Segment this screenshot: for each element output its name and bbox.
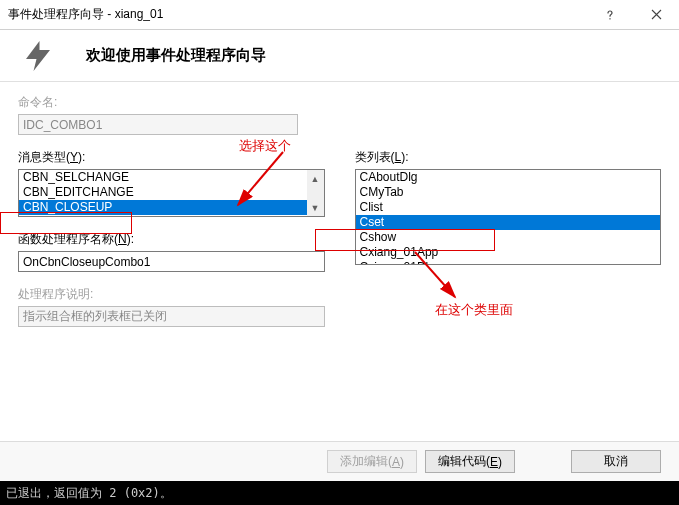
message-type-label: 消息类型(Y): bbox=[18, 149, 325, 166]
class-list[interactable]: CAboutDlg CMyTab Clist Cset Cshow Cxiang… bbox=[355, 169, 662, 265]
scroll-up-icon[interactable]: ▲ bbox=[307, 170, 324, 187]
message-type-list[interactable]: CBN_SELCHANGE CBN_EDITCHANGE CBN_CLOSEUP… bbox=[18, 169, 325, 217]
list-item-selected[interactable]: Cset bbox=[356, 215, 661, 230]
list-item[interactable]: Cxiang_01Dlg bbox=[356, 260, 661, 265]
bolt-icon bbox=[20, 38, 56, 74]
handler-name-value: OnCbnCloseupCombo1 bbox=[23, 255, 150, 269]
right-column: 类列表(L): CAboutDlg CMyTab Clist Cset Csho… bbox=[355, 149, 662, 327]
handler-desc-value: 指示组合框的列表框已关闭 bbox=[23, 308, 167, 325]
command-name-label: 命令名: bbox=[18, 94, 661, 111]
list-item[interactable]: CAboutDlg bbox=[356, 170, 661, 185]
welcome-title: 欢迎使用事件处理程序向导 bbox=[86, 46, 266, 65]
list-item[interactable]: Clist bbox=[356, 200, 661, 215]
command-name-value: IDC_COMBO1 bbox=[23, 118, 102, 132]
handler-desc-field: 指示组合框的列表框已关闭 bbox=[18, 306, 325, 327]
dialog-footer: 添加编辑(A) 编辑代码(E) 取消 bbox=[0, 441, 679, 481]
list-item[interactable]: CMyTab bbox=[356, 185, 661, 200]
cancel-button[interactable]: 取消 bbox=[571, 450, 661, 473]
help-button[interactable] bbox=[587, 0, 633, 29]
wizard-header: 欢迎使用事件处理程序向导 bbox=[0, 30, 679, 82]
titlebar: 事件处理程序向导 - xiang_01 bbox=[0, 0, 679, 30]
list-item-selected[interactable]: CBN_CLOSEUP bbox=[19, 200, 324, 215]
handler-name-label: 函数处理程序名称(N): bbox=[18, 231, 325, 248]
list-item[interactable]: CBN_EDITCHANGE bbox=[19, 185, 324, 200]
list-item[interactable]: CBN_SELCHANGE bbox=[19, 170, 324, 185]
window-title: 事件处理程序向导 - xiang_01 bbox=[8, 6, 163, 23]
scroll-down-icon[interactable]: ▼ bbox=[307, 199, 324, 216]
handler-desc-label: 处理程序说明: bbox=[18, 286, 325, 303]
wizard-body: 命令名: IDC_COMBO1 消息类型(Y): CBN_SELCHANGE C… bbox=[0, 82, 679, 327]
scrollbar[interactable]: ▲ ▼ bbox=[307, 170, 324, 216]
left-column: 消息类型(Y): CBN_SELCHANGE CBN_EDITCHANGE CB… bbox=[18, 149, 325, 327]
window-buttons bbox=[587, 0, 679, 29]
console-output: 已退出，返回值为 2 (0x2)。 bbox=[0, 481, 679, 505]
list-item[interactable]: Cshow bbox=[356, 230, 661, 245]
handler-name-field[interactable]: OnCbnCloseupCombo1 bbox=[18, 251, 325, 272]
edit-code-button[interactable]: 编辑代码(E) bbox=[425, 450, 515, 473]
command-name-field: IDC_COMBO1 bbox=[18, 114, 298, 135]
close-button[interactable] bbox=[633, 0, 679, 29]
add-edit-button: 添加编辑(A) bbox=[327, 450, 417, 473]
class-list-label: 类列表(L): bbox=[355, 149, 662, 166]
list-item[interactable]: Cxiang_01App bbox=[356, 245, 661, 260]
